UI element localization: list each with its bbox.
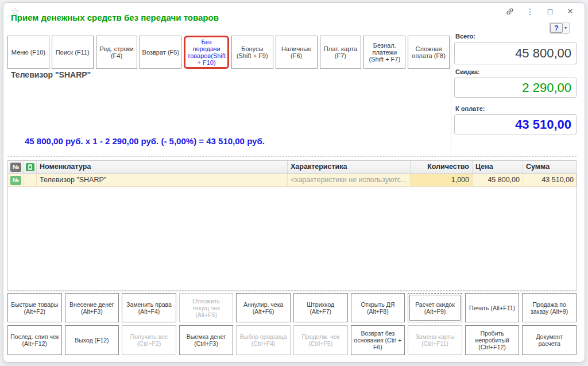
complex-payment-button[interactable]: Сложная оплата (F8)	[408, 36, 450, 69]
page-title: Прием денежных средств без передачи това…	[11, 13, 219, 22]
titlebar-icons: ⋮ □ ×	[505, 6, 575, 17]
link-icon[interactable]	[505, 6, 515, 17]
row-number-cell: №	[8, 174, 24, 186]
quick-goods-button[interactable]: Быстрые товары (Alt+F2)	[7, 293, 62, 322]
current-product-name: Телевизор "SHARP"	[11, 70, 91, 79]
bottom-actions-grid: Быстрые товары (Alt+F2) Внесение денег (…	[7, 293, 577, 355]
discount-calculation-button[interactable]: Расчет скидок (Alt+F9)	[408, 293, 462, 322]
toolbar-totals-splitter	[451, 36, 451, 155]
punch-unpunched-button[interactable]: Пробить непробитый (Ctrl+F12)	[465, 325, 520, 355]
table-splitter	[7, 156, 577, 157]
void-receipt-button[interactable]: Аннулир. чека (Alt+F6)	[236, 293, 291, 322]
pos-window: ☆ ⋮ □ × Прием денежных средств без перед…	[3, 2, 585, 363]
header-quantity: Количество	[411, 161, 473, 174]
row-number-header-icon: №	[10, 163, 21, 172]
help-icon[interactable]: ?	[550, 23, 563, 33]
exit-button[interactable]: Выход (F12)	[65, 325, 119, 355]
cash-deposit-button[interactable]: Внесение денег (Alt+F3)	[65, 293, 119, 322]
search-button[interactable]: Поиск (F11)	[52, 36, 94, 69]
amount-due-label: К оплате:	[455, 105, 485, 112]
settlement-document-button[interactable]: Документ расчета	[522, 325, 577, 355]
header-row-number: №	[8, 161, 24, 174]
row-item-type-cell	[24, 174, 37, 186]
table-header-row: № Номенклатура Характеристика Количество…	[8, 161, 576, 174]
sale-by-order-button[interactable]: Продажа по заказу (Alt+9)	[522, 293, 577, 322]
cashless-payments-button[interactable]: Безнал. платежи (Shift + F7)	[363, 36, 405, 69]
help-button[interactable]: ? ▾	[549, 22, 570, 34]
header-nomenclature: Номенклатура	[37, 161, 288, 174]
open-drawer-button[interactable]: Открыть ДЯ (Alt+F8)	[351, 293, 405, 322]
continue-receipt-button: Продолж. чек (Ctrl+F5)	[293, 325, 348, 355]
maximize-icon[interactable]: □	[545, 6, 555, 17]
amount-due-field: 43 510,00	[454, 114, 577, 134]
return-button[interactable]: Возврат (F5)	[140, 36, 181, 69]
hold-receipt-button: Отложить текущ.чек (Alt+F5)	[179, 293, 234, 322]
row-characteristic: <характеристики не используютс...	[288, 174, 411, 186]
card-replacement-button: Замена карты (Ctrl+F11)	[408, 325, 462, 355]
cash-withdrawal-button[interactable]: Выемка денег (Ctrl+F3)	[179, 325, 234, 355]
print-button[interactable]: Печать (Alt+F11)	[465, 293, 520, 322]
barcode-button[interactable]: Штрихкод (Alt+F7)	[293, 293, 348, 322]
help-caret-icon[interactable]: ▾	[563, 25, 568, 30]
price-calculation-line: 45 800,00 руб. x 1 - 2 290,00 руб. (- 5,…	[25, 136, 265, 146]
last-slip-receipt-button[interactable]: Послед. слип чек (Alt+F12)	[7, 325, 62, 355]
header-item-type	[24, 161, 37, 174]
header-characteristic: Характеристика	[288, 161, 411, 174]
without-goods-transfer-button[interactable]: Без передачи товаров(Shift + F10)	[184, 36, 229, 69]
discount-field: 2 290,00	[454, 78, 577, 98]
more-icon[interactable]: ⋮	[525, 6, 535, 17]
total-label: Всего:	[455, 33, 475, 40]
get-weight-button: Получить вес (Ctrl+F2)	[122, 325, 176, 355]
payment-card-button[interactable]: Плат. карта (F7)	[320, 36, 362, 69]
header-sum: Сумма	[523, 161, 577, 174]
change-rights-button[interactable]: Заменить права (Alt+F4)	[122, 293, 176, 322]
bonuses-button[interactable]: Бонусы (Shift + F9)	[231, 36, 273, 69]
row-sum: 43 510,00	[523, 174, 577, 186]
row-nomenclature: Телевизор "SHARP"	[37, 174, 288, 186]
close-icon[interactable]: ×	[565, 6, 575, 17]
menu-button[interactable]: Меню (F10)	[7, 36, 49, 69]
select-seller-button: Выбор продавца (Ctrl+F4)	[236, 325, 291, 355]
row-number-badge: №	[10, 176, 21, 185]
return-without-reason-button[interactable]: Возврат без основания (Ctrl + F6)	[351, 325, 405, 355]
row-quantity: 1,000	[411, 174, 473, 186]
header-price: Цена	[473, 161, 523, 174]
items-table: № Номенклатура Характеристика Количество…	[7, 160, 577, 291]
table-row[interactable]: № Телевизор "SHARP" <характеристики не и…	[8, 174, 576, 187]
edit-row-button[interactable]: Ред. строки (F4)	[96, 36, 138, 69]
actions-splitter	[7, 290, 577, 291]
cash-button[interactable]: Наличные (F6)	[276, 36, 318, 69]
row-price: 45 800,00	[473, 174, 523, 186]
discount-label: Скидка:	[455, 68, 479, 75]
total-field: 45 800,00	[454, 42, 577, 64]
top-toolbar: Меню (F10) Поиск (F11) Ред. строки (F4) …	[7, 36, 450, 65]
money-icon	[26, 163, 34, 171]
